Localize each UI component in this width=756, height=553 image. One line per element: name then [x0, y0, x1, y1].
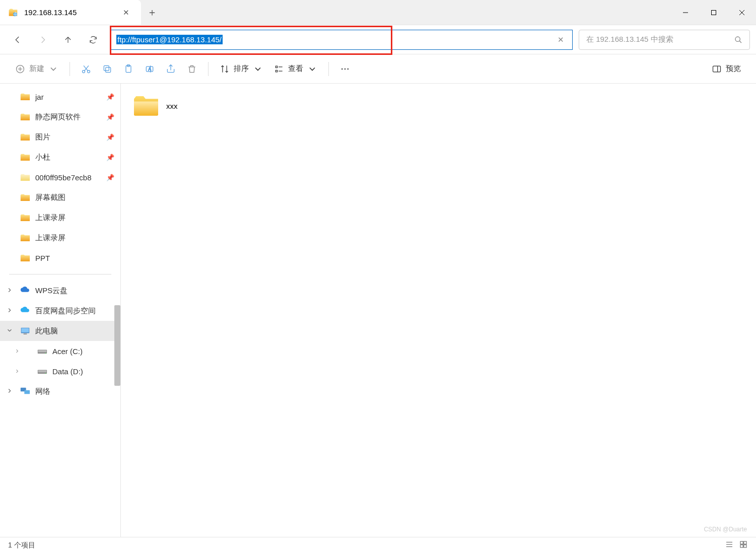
sort-icon — [220, 64, 230, 74]
address-clear-button[interactable]: ✕ — [554, 35, 567, 44]
folder-icon — [20, 153, 30, 161]
sidebar-quick-item[interactable]: 上课录屏 — [0, 228, 120, 248]
window-controls — [671, 0, 756, 25]
sidebar-item-label: 上课录屏 — [35, 213, 65, 223]
new-button[interactable]: 新建 — [10, 59, 63, 79]
back-button[interactable] — [6, 30, 29, 50]
paste-button[interactable] — [118, 59, 139, 79]
svg-line-6 — [739, 41, 741, 43]
chevron-down-icon — [253, 64, 263, 74]
tab-close-button[interactable]: ✕ — [119, 6, 133, 20]
refresh-button[interactable] — [82, 30, 105, 50]
status-text: 1 个项目 — [8, 541, 35, 550]
folder-icon — [20, 133, 30, 141]
search-input[interactable]: 在 192.168.13.145 中搜索 — [579, 30, 750, 50]
share-button[interactable] — [161, 59, 181, 79]
folder-icon — [20, 93, 30, 101]
svg-rect-21 — [276, 66, 277, 67]
sidebar-item-label: Data (D:) — [52, 367, 83, 376]
svg-rect-32 — [24, 333, 27, 334]
copy-button[interactable] — [97, 59, 117, 79]
icons-view-button[interactable] — [739, 540, 748, 550]
cut-button[interactable] — [76, 59, 96, 79]
pc-icon — [20, 327, 30, 335]
sidebar-quick-item[interactable]: jar📌 — [0, 87, 120, 107]
toolbar: 新建 A 排序 查看 预览 — [0, 54, 756, 84]
delete-button[interactable] — [182, 59, 202, 79]
sidebar-item-label: 百度网盘同步空间 — [35, 306, 96, 316]
chevron-down-icon — [6, 327, 14, 335]
close-button[interactable] — [728, 0, 756, 25]
sidebar-cloud-item[interactable]: WPS云盘 — [0, 281, 120, 301]
sidebar-item-this-pc[interactable]: 此电脑 — [0, 321, 120, 341]
chevron-right-icon — [6, 287, 14, 295]
address-value: ftp://ftpuser1@192.168.13.145/ — [116, 35, 223, 44]
svg-rect-44 — [740, 541, 743, 544]
sidebar-item-label: 静态网页软件 — [35, 112, 81, 122]
sidebar-item-label: 00f0ff95be7ecb8 — [35, 173, 92, 182]
ftp-folder-icon — [8, 8, 18, 18]
minimize-button[interactable] — [671, 0, 700, 25]
folder-icon — [20, 193, 30, 201]
sidebar-item-label: PPT — [35, 254, 50, 262]
search-icon — [734, 36, 742, 44]
view-button[interactable]: 查看 — [269, 59, 322, 79]
svg-line-12 — [85, 65, 89, 71]
svg-rect-40 — [24, 390, 30, 394]
pin-icon: 📌 — [106, 113, 114, 121]
sidebar-quick-item[interactable]: 屏幕截图 — [0, 187, 120, 208]
sort-button[interactable]: 排序 — [215, 59, 268, 79]
svg-rect-46 — [740, 545, 743, 547]
drive-icon — [37, 368, 47, 375]
svg-rect-37 — [38, 371, 47, 373]
separator — [70, 62, 70, 76]
rename-button[interactable]: A — [140, 59, 160, 79]
search-placeholder: 在 192.168.13.145 中搜索 — [586, 35, 734, 44]
folder-icon — [20, 254, 30, 262]
svg-rect-15 — [104, 65, 109, 71]
sidebar-item-label: 此电脑 — [35, 326, 58, 336]
forward-button[interactable] — [31, 30, 54, 50]
up-button[interactable] — [56, 30, 80, 50]
more-button[interactable] — [335, 59, 355, 79]
svg-rect-2 — [712, 10, 716, 15]
sidebar-quick-item[interactable]: PPT — [0, 248, 120, 268]
folder-icon — [20, 113, 30, 121]
chevron-right-icon — [14, 347, 21, 356]
sidebar-quick-item[interactable]: 图片📌 — [0, 127, 120, 147]
sidebar-quick-item[interactable]: 上课录屏 — [0, 208, 120, 228]
active-tab[interactable]: 192.168.13.145 ✕ — [0, 0, 141, 25]
maximize-button[interactable] — [700, 0, 728, 25]
statusbar: 1 个项目 — [0, 537, 756, 553]
scrollbar[interactable] — [114, 305, 120, 386]
sidebar-quick-item[interactable]: 小杜📌 — [0, 147, 120, 167]
cloud-icon — [20, 286, 30, 295]
content-area: xxx — [121, 84, 756, 537]
pin-icon: 📌 — [106, 133, 114, 141]
sidebar-item-network[interactable]: 网络 — [0, 381, 120, 401]
paste-icon — [123, 64, 133, 74]
chevron-right-icon — [14, 367, 21, 376]
file-item[interactable]: xxx — [131, 92, 272, 120]
sidebar-cloud-item[interactable]: 百度网盘同步空间 — [0, 301, 120, 321]
more-icon — [340, 64, 350, 74]
share-icon — [166, 64, 176, 74]
sidebar-quick-item[interactable]: 静态网页软件📌 — [0, 107, 120, 127]
chevron-right-icon — [6, 307, 14, 315]
cut-icon — [81, 64, 91, 74]
sidebar-drive-item[interactable]: Acer (C:) — [0, 341, 120, 361]
address-bar[interactable]: ftp://ftpuser1@192.168.13.145/ ✕ — [111, 30, 573, 50]
sidebar-quick-item[interactable]: 00f0ff95be7ecb8📌 — [0, 167, 120, 187]
sidebar-drive-item[interactable]: Data (D:) — [0, 361, 120, 381]
address-bar-container: ftp://ftpuser1@192.168.13.145/ ✕ — [111, 30, 573, 50]
new-tab-button[interactable]: ＋ — [141, 0, 163, 25]
trash-icon — [187, 64, 197, 74]
details-view-button[interactable] — [725, 540, 734, 550]
folder-icon — [20, 234, 30, 242]
svg-point-35 — [45, 353, 46, 354]
file-name: xxx — [166, 102, 178, 110]
drive-icon — [37, 348, 47, 355]
plus-circle-icon — [15, 64, 25, 74]
preview-button[interactable]: 预览 — [707, 59, 746, 79]
svg-rect-28 — [713, 66, 721, 72]
